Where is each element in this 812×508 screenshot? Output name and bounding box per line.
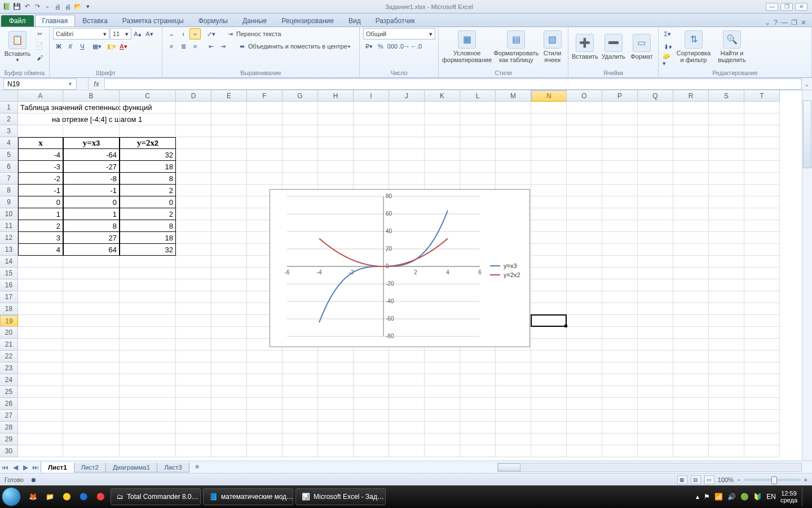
zoom-slider[interactable] bbox=[744, 479, 801, 481]
percent-icon[interactable]: % bbox=[375, 41, 386, 52]
row-header-8[interactable]: 8 bbox=[0, 185, 18, 196]
row-header-21[interactable]: 21 bbox=[0, 339, 18, 351]
row-header-26[interactable]: 26 bbox=[0, 398, 18, 410]
select-all-corner[interactable] bbox=[0, 90, 18, 102]
workbook-close-icon[interactable]: ✕ bbox=[801, 19, 806, 27]
font-size-select[interactable]: 11▾ bbox=[110, 28, 131, 40]
tray-shield-icon[interactable]: 🔰 bbox=[753, 493, 762, 501]
ribbon-tab-7[interactable]: Разработчик bbox=[368, 15, 422, 27]
tray-up-icon[interactable]: ▴ bbox=[696, 493, 699, 501]
ribbon-tab-6[interactable]: Вид bbox=[341, 15, 368, 27]
col-header-S[interactable]: S bbox=[709, 90, 744, 102]
row-header-25[interactable]: 25 bbox=[0, 386, 18, 398]
row-header-18[interactable]: 18 bbox=[0, 303, 18, 315]
format-as-table-button[interactable]: ▤Форматировать как таблицу bbox=[494, 28, 538, 65]
col-header-P[interactable]: P bbox=[602, 90, 638, 102]
number-format-select[interactable]: Общий▾ bbox=[363, 28, 435, 40]
pin-firefox-icon[interactable]: 🦊 bbox=[25, 488, 41, 505]
tray-antivirus-icon[interactable]: 🟢 bbox=[740, 493, 749, 501]
new-sheet-icon[interactable]: ✳ bbox=[192, 462, 203, 473]
file-tab[interactable]: Файл bbox=[1, 15, 34, 27]
indent-dec-icon[interactable]: ⇤ bbox=[205, 41, 217, 52]
col-header-A[interactable]: A bbox=[18, 90, 63, 102]
ribbon-tab-5[interactable]: Рецензирование bbox=[274, 15, 341, 27]
ribbon-tab-0[interactable]: Главная bbox=[35, 15, 76, 27]
fill-icon[interactable]: ⬇▾ bbox=[662, 41, 673, 52]
row-header-14[interactable]: 14 bbox=[0, 256, 18, 268]
dec-decimal-icon[interactable]: ←.0 bbox=[411, 41, 422, 52]
cell-styles-button[interactable]: ▧Стили ячеек bbox=[540, 28, 564, 65]
row-header-2[interactable]: 2 bbox=[0, 113, 18, 125]
currency-icon[interactable]: ₽▾ bbox=[363, 41, 374, 52]
sort-filter-button[interactable]: ⇅Сортировка и фильтр bbox=[676, 28, 712, 65]
minimize-ribbon-icon[interactable]: ⌄ bbox=[765, 19, 770, 27]
merge-button[interactable]: ⬌ bbox=[236, 41, 248, 52]
expand-formula-icon[interactable]: ⌄ bbox=[802, 80, 812, 88]
inc-decimal-icon[interactable]: .0→ bbox=[399, 41, 410, 52]
lang-indicator[interactable]: EN bbox=[766, 493, 776, 501]
indent-inc-icon[interactable]: ⇥ bbox=[217, 41, 228, 52]
taskbar-app-2[interactable]: 📊Microsoft Excel - Зад… bbox=[295, 488, 386, 505]
row-header-6[interactable]: 6 bbox=[0, 161, 18, 173]
sheet-tab-3[interactable]: Лист3 bbox=[157, 463, 189, 472]
align-right-icon[interactable]: ≡ bbox=[189, 41, 201, 52]
chart-object[interactable]: -80-60-40-20020406080-6-4-2246 y=x3y=2x2 bbox=[270, 189, 530, 347]
last-sheet-icon[interactable]: ⏭ bbox=[30, 461, 41, 473]
vertical-scrollbar[interactable] bbox=[802, 90, 812, 461]
paste-button[interactable]: 📋 Вставить ▼ bbox=[3, 28, 32, 65]
tray-network-icon[interactable]: 📶 bbox=[714, 493, 723, 501]
row-header-23[interactable]: 23 bbox=[0, 362, 18, 374]
workbook-restore-icon[interactable]: ❐ bbox=[791, 19, 797, 27]
col-header-K[interactable]: K bbox=[425, 90, 460, 102]
zoom-level[interactable]: 100% bbox=[718, 476, 734, 483]
comma-icon[interactable]: 000 bbox=[387, 41, 398, 52]
open-icon[interactable]: 📂 bbox=[73, 2, 82, 11]
row-header-7[interactable]: 7 bbox=[0, 173, 18, 185]
save-icon[interactable]: 💾 bbox=[12, 2, 21, 11]
row-header-17[interactable]: 17 bbox=[0, 291, 18, 303]
redo-icon[interactable]: ↷ bbox=[33, 2, 42, 11]
row-header-27[interactable]: 27 bbox=[0, 410, 18, 422]
italic-button[interactable]: К bbox=[65, 41, 76, 52]
taskbar-clock[interactable]: 12:59 среда bbox=[780, 490, 797, 503]
col-header-O[interactable]: O bbox=[567, 90, 602, 102]
row-header-24[interactable]: 24 bbox=[0, 374, 18, 386]
underline-button[interactable]: Ч bbox=[77, 41, 88, 52]
ribbon-tab-4[interactable]: Данные bbox=[235, 15, 274, 27]
col-header-I[interactable]: I bbox=[354, 90, 389, 102]
col-header-B[interactable]: B bbox=[63, 90, 120, 102]
row-header-1[interactable]: 1 bbox=[0, 102, 18, 113]
col-header-M[interactable]: M bbox=[496, 90, 531, 102]
font-color-button[interactable]: A▾ bbox=[118, 41, 129, 52]
row-header-9[interactable]: 9 bbox=[0, 196, 18, 208]
col-header-C[interactable]: C bbox=[120, 90, 176, 102]
row-header-12[interactable]: 12 bbox=[0, 232, 18, 244]
row-header-4[interactable]: 4 bbox=[0, 137, 18, 149]
col-header-R[interactable]: R bbox=[673, 90, 709, 102]
sheet-area[interactable]: ABCDEFGHIJKLMNOPQRST 1234567891011121314… bbox=[0, 90, 812, 461]
ribbon-tab-2[interactable]: Разметка страницы bbox=[115, 15, 191, 27]
qat-more-icon[interactable]: ▾ bbox=[83, 2, 92, 11]
shrink-font-icon[interactable]: A▾ bbox=[144, 28, 155, 40]
cut-icon[interactable]: ✂ bbox=[34, 28, 45, 40]
system-tray[interactable]: ▴ ⚑ 📶 🔊 🟢 🔰 EN 12:59 среда bbox=[696, 487, 812, 506]
col-header-L[interactable]: L bbox=[460, 90, 496, 102]
ribbon-tab-3[interactable]: Формулы bbox=[191, 15, 235, 27]
column-headers[interactable]: ABCDEFGHIJKLMNOPQRST bbox=[18, 90, 780, 102]
col-header-J[interactable]: J bbox=[389, 90, 425, 102]
bold-button[interactable]: Ж bbox=[53, 41, 64, 52]
row-header-13[interactable]: 13 bbox=[0, 244, 18, 256]
formula-input[interactable] bbox=[105, 78, 802, 90]
next-sheet-icon[interactable]: ▶ bbox=[20, 461, 30, 473]
first-sheet-icon[interactable]: ⏮ bbox=[0, 461, 10, 473]
align-center-icon[interactable]: ≣ bbox=[178, 41, 189, 52]
row-header-20[interactable]: 20 bbox=[0, 327, 18, 339]
align-bottom-icon[interactable]: ⫟ bbox=[189, 28, 201, 40]
conditional-formatting-button[interactable]: ▦Условное форматирование bbox=[442, 28, 492, 65]
sheet-tab-0[interactable]: Лист1 bbox=[41, 463, 74, 472]
close-button[interactable]: ✕ bbox=[795, 3, 807, 11]
col-header-H[interactable]: H bbox=[318, 90, 354, 102]
sheet-nav[interactable]: ⏮ ◀ ▶ ⏭ bbox=[0, 461, 41, 473]
grow-font-icon[interactable]: A▴ bbox=[132, 28, 143, 40]
print-icon[interactable]: 🖨 bbox=[53, 2, 62, 11]
